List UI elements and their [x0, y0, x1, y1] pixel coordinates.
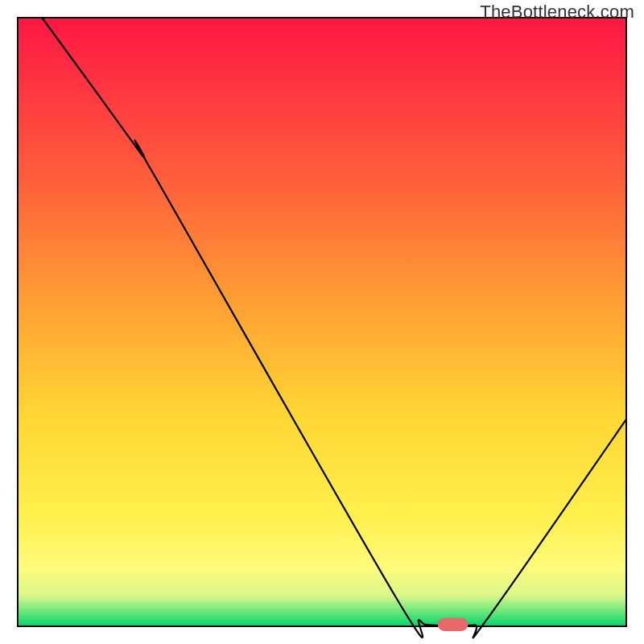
- bottleneck-chart: TheBottleneck.com: [0, 0, 644, 644]
- chart-svg: [0, 0, 644, 644]
- optimum-marker: [438, 617, 469, 631]
- watermark-text: TheBottleneck.com: [480, 2, 634, 23]
